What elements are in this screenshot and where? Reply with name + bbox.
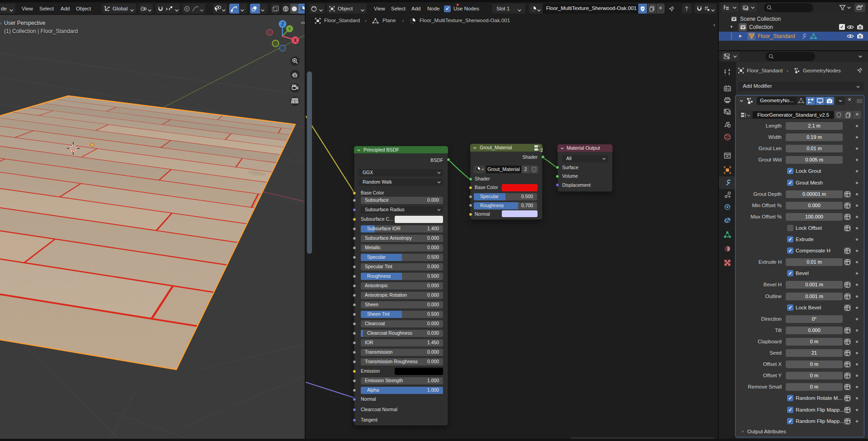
svg-text:X: X [294,38,297,43]
svg-text:Y: Y [288,26,291,31]
svg-text:Z: Z [281,22,284,27]
